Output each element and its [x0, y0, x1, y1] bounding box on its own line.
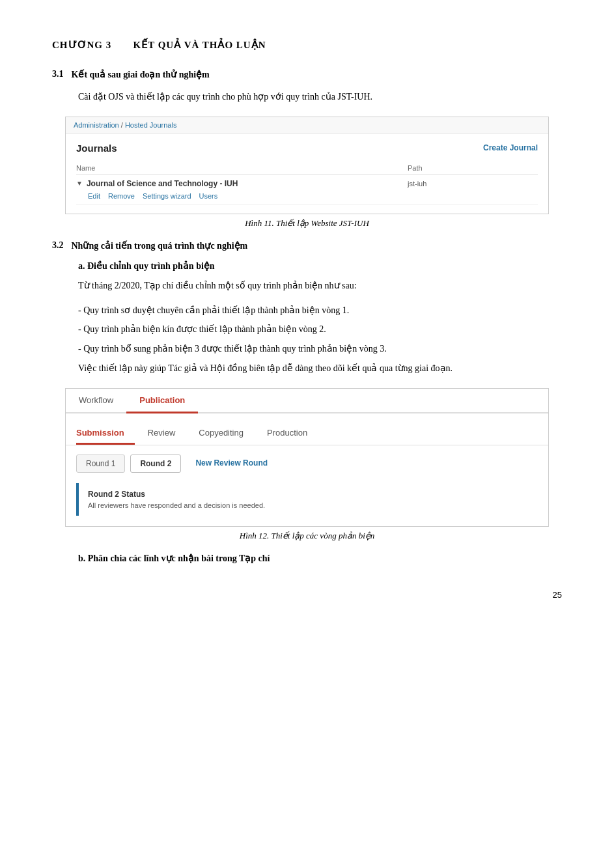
- ojs-table-header: Name Path: [76, 161, 538, 175]
- table-row: ▼ Journal of Science and Technology - IU…: [76, 175, 538, 204]
- figure-12-caption: Hình 12. Thiết lập các vòng phản biện: [65, 531, 549, 541]
- section-31-paragraph: Cài đặt OJS và thiết lập các quy trình c…: [78, 89, 562, 105]
- ojs-journal-path: jst-iuh: [408, 180, 538, 188]
- edit-link[interactable]: Edit: [88, 192, 100, 200]
- list-item-2: - Quy trình phản biện kín được thiết lập…: [78, 322, 562, 337]
- ojs-breadcrumb: Administration / Hosted Journals: [66, 117, 548, 133]
- create-journal-button[interactable]: Create Journal: [483, 143, 538, 152]
- subsection-a-title: a. Điều chỉnh quy trình phản biện: [78, 260, 562, 272]
- stage-submission[interactable]: Submission: [76, 423, 135, 445]
- figure-12-box: Workflow Publication Submission Review C…: [65, 388, 549, 527]
- top-tabs: Workflow Publication: [66, 389, 548, 413]
- list-item-3: - Quy trình bổ sung phản biện 3 được thi…: [78, 341, 562, 357]
- settings-wizard-link[interactable]: Settings wizard: [143, 192, 191, 200]
- round-status-title: Round 2 Status: [88, 490, 529, 499]
- body-para1: Từ tháng 2/2020, Tạp chí điều chỉnh một …: [78, 278, 562, 294]
- remove-link[interactable]: Remove: [108, 192, 135, 200]
- ojs-row-main: ▼ Journal of Science and Technology - IU…: [76, 175, 538, 192]
- breadcrumb-hosted[interactable]: Hosted Journals: [125, 121, 177, 129]
- round-2-tab[interactable]: Round 2: [130, 455, 181, 473]
- stage-review[interactable]: Review: [148, 423, 186, 445]
- new-review-round-button[interactable]: New Review Round: [186, 455, 277, 473]
- round-tabs: Round 1 Round 2 New Review Round: [66, 445, 548, 473]
- workflow-panel: Workflow Publication Submission Review C…: [66, 389, 548, 516]
- ojs-journal-name-cell: ▼ Journal of Science and Technology - IU…: [76, 179, 408, 188]
- figure-11-box: Administration / Hosted Journals Journal…: [65, 117, 549, 214]
- ojs-body: Journals Create Journal Name Path ▼ Jour…: [66, 133, 548, 214]
- tab-publication[interactable]: Publication: [126, 389, 198, 413]
- ojs-journals-title: Journals: [76, 143, 117, 154]
- section-32-title: 3.2 Những cải tiến trong quá trình thực …: [52, 240, 562, 251]
- round-status-box: Round 2 Status All reviewers have respon…: [76, 483, 538, 516]
- ojs-row-actions: Edit Remove Settings wizard Users: [76, 192, 538, 204]
- round-status-desc: All reviewers have responded and a decis…: [88, 501, 529, 509]
- stage-production[interactable]: Production: [267, 423, 318, 445]
- figure-11-caption: Hình 11. Thiết lập Website JST-IUH: [65, 218, 549, 229]
- body-para2: Việc thiết lập này giúp Tác giả và Hội đ…: [78, 361, 562, 376]
- users-link[interactable]: Users: [199, 192, 218, 200]
- stage-copyediting[interactable]: Copyediting: [199, 423, 254, 445]
- list-item-1: - Quy trình sơ duyệt chuyên cần phải thi…: [78, 303, 562, 318]
- subsection-b-title: b. Phân chia các lĩnh vực nhận bài trong…: [78, 553, 562, 564]
- ojs-journals-header: Journals Create Journal: [76, 143, 538, 154]
- round-1-tab[interactable]: Round 1: [76, 455, 125, 473]
- ojs-panel: Administration / Hosted Journals Journal…: [66, 117, 548, 214]
- breadcrumb-admin[interactable]: Administration: [74, 121, 119, 129]
- stage-tabs: Submission Review Copyediting Production: [66, 413, 548, 445]
- expand-triangle-icon: ▼: [76, 180, 83, 187]
- chapter-title: CHƯƠNG 3 KẾT QUẢ VÀ THẢO LUẬN: [52, 39, 562, 51]
- tab-workflow[interactable]: Workflow: [66, 389, 126, 413]
- section-31-title: 3.1 Kết quả sau giai đoạn thử nghiệm: [52, 69, 562, 80]
- page-number: 25: [52, 590, 562, 600]
